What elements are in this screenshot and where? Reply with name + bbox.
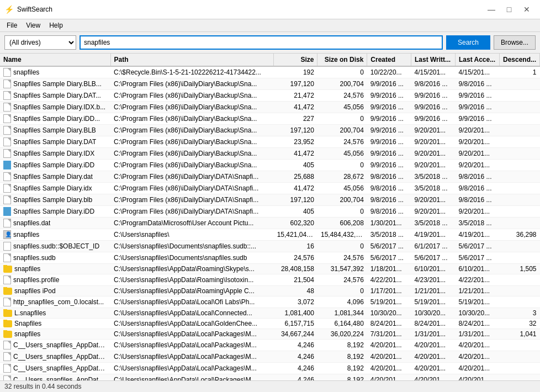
close-button[interactable]: ✕ [518, 3, 536, 15]
file-last-written: 4/20/201... [411, 363, 455, 374]
table-row[interactable]: snapfiles.datC:\ProgramData\Microsoft\Us… [0, 218, 540, 229]
table-wrapper[interactable]: Name Path Size Size on Disk Created Last… [0, 54, 540, 380]
col-header-size[interactable]: Size [274, 54, 317, 66]
file-last-written: 1/31/201... [411, 329, 455, 340]
menu-file[interactable]: File [2, 20, 22, 30]
file-descendants: 1 [499, 66, 539, 78]
table-row[interactable]: Snapfiles Sample Diary.blbC:\Program Fil… [0, 194, 540, 206]
folder-icon [3, 310, 12, 317]
file-size-on-disk: 28,672 [317, 171, 367, 183]
minimize-button[interactable]: — [483, 3, 500, 15]
file-created: 9/9/2016 ... [367, 113, 411, 125]
file-size-on-disk: 4,096 [317, 296, 367, 308]
table-row[interactable]: Snapfiles Sample Diary.iDD...C:\Program … [0, 113, 540, 125]
file-size: 4,246 [274, 351, 317, 363]
special-icon [3, 161, 11, 169]
table-row[interactable]: snapfilesC:\$Recycle.Bin\S-1-5-21-102226… [0, 66, 540, 78]
file-size-on-disk: 24,576 [317, 274, 367, 286]
maximize-button[interactable]: □ [500, 3, 518, 15]
file-last-written: 9/20/201... [411, 125, 455, 136]
table-row[interactable]: snapfiles iPodC:\Users\snapfiles\AppData… [0, 286, 540, 296]
col-header-sod[interactable]: Size on Disk [317, 54, 367, 66]
col-header-descend[interactable]: Descend... [499, 54, 539, 66]
file-size: 21,504 [274, 274, 317, 286]
file-name: C__Users_snapfiles_AppData... [13, 364, 107, 372]
table-row[interactable]: 👤snapfilesC:\Users\snapfiles\15,421,041,… [0, 229, 540, 241]
file-last-written: 6/1/2017 ... [411, 241, 455, 252]
search-button[interactable]: Search [446, 35, 490, 50]
table-row[interactable]: snapfiles.profileC:\Users\snapfiles\AppD… [0, 274, 540, 286]
file-descendants: 1,505 [499, 264, 539, 274]
col-header-laccess[interactable]: Last Acce... [455, 54, 499, 66]
col-header-created[interactable]: Created [367, 54, 411, 66]
file-size-on-disk: 15,484,432,384 [317, 229, 367, 241]
file-descendants [499, 183, 539, 194]
table-row[interactable]: Snapfiles Sample Diary.iDDC:\Program Fil… [0, 160, 540, 171]
file-last-written: 9/9/2016 ... [411, 113, 455, 125]
file-name-cell: Snapfiles Sample Diary.iDD [0, 206, 110, 218]
table-row[interactable]: Snapfiles Sample Diary.IDX.b...C:\Progra… [0, 102, 540, 113]
menu-view[interactable]: View [22, 20, 45, 30]
table-row[interactable]: Snapfiles Sample Diary.DATC:\Program Fil… [0, 136, 540, 148]
table-row[interactable]: snapfilesC:\Users\snapfiles\AppData\Roam… [0, 264, 540, 274]
file-last-accessed: 9/8/2016 ... [455, 183, 499, 194]
file-created: 4/20/201... [367, 351, 411, 363]
table-row[interactable]: Snapfiles Sample Diary.idxC:\Program Fil… [0, 183, 540, 194]
table-row[interactable]: L.snapfilesC:\Users\snapfiles\AppData\Lo… [0, 308, 540, 319]
col-header-name[interactable]: Name [0, 54, 110, 66]
title-bar-left: ⚡ SwiftSearch [4, 5, 52, 14]
file-name: snapfiles.sudb [13, 254, 56, 262]
table-row[interactable]: Snapfiles Sample Diary.iDDC:\Program Fil… [0, 206, 540, 218]
table-row[interactable]: Snapfiles Sample Diary.datC:\Program Fil… [0, 171, 540, 183]
file-name: snapfiles [14, 330, 40, 338]
file-size: 405 [274, 206, 317, 218]
table-row[interactable]: snapfiles.sudb::$OBJECT_IDC:\Users\snapf… [0, 241, 540, 252]
table-row[interactable]: snapfilesC:\Users\snapfiles\AppData\Loca… [0, 329, 540, 340]
file-size: 16 [274, 241, 317, 252]
table-row[interactable]: C__Users_snapfiles_AppData...C:\Users\sn… [0, 340, 540, 351]
file-size: 4,246 [274, 340, 317, 351]
menu-help[interactable]: Help [45, 20, 67, 30]
file-path: C:\Users\snapfiles\AppData\Local\Package… [110, 363, 274, 374]
table-row[interactable]: Snapfiles Sample Diary.BLB...C:\Program … [0, 78, 540, 90]
file-path: C:\Users\snapfiles\Documents\snapfiles.s… [110, 252, 274, 264]
file-size-on-disk: 0 [317, 113, 367, 125]
file-last-written: 1/21/201... [411, 286, 455, 296]
file-name: Snapfiles Sample Diary.DAT... [13, 92, 101, 99]
file-name-cell: Snapfiles Sample Diary.IDX.b... [0, 102, 110, 113]
file-last-accessed: 3/5/2018 ... [455, 218, 499, 229]
file-size: 197,120 [274, 194, 317, 206]
table-row[interactable]: C__Users_snapfiles_AppData...C:\Users\sn… [0, 363, 540, 374]
file-name-cell: snapfiles [0, 66, 110, 78]
file-size-on-disk: 24,576 [317, 90, 367, 102]
file-name-cell: 👤snapfiles [0, 229, 110, 241]
table-row[interactable]: Snapfiles Sample Diary.BLBC:\Program Fil… [0, 125, 540, 136]
file-name-cell: snapfiles [0, 329, 110, 340]
file-size-on-disk: 0 [317, 66, 367, 78]
table-row[interactable]: C__Users_snapfiles_AppData...C:\Users\sn… [0, 351, 540, 363]
table-row[interactable]: Snapfiles Sample Diary.IDXC:\Program Fil… [0, 148, 540, 160]
file-size-on-disk: 8,192 [317, 351, 367, 363]
file-created: 4/22/201... [367, 274, 411, 286]
file-last-written: 4/20/201... [411, 374, 455, 381]
table-row[interactable]: snapfiles.sudbC:\Users\snapfiles\Documen… [0, 252, 540, 264]
file-path: C:\Program Files (x86)\iDailyDiary\Backu… [110, 136, 274, 148]
file-path: C:\Users\snapfiles\ [110, 229, 274, 241]
col-header-lwrite[interactable]: Last Writt... [411, 54, 455, 66]
table-row[interactable]: Snapfiles Sample Diary.DAT...C:\Program … [0, 90, 540, 102]
file-path: C:\Program Files (x86)\iDailyDiary\DATA\… [110, 194, 274, 206]
file-name-cell: Snapfiles Sample Diary.idx [0, 183, 110, 194]
file-descendants [499, 125, 539, 136]
table-row[interactable]: C__Users_snapfiles_AppData...C:\Users\sn… [0, 374, 540, 381]
file-last-written: 9/8/2016 ... [411, 78, 455, 90]
table-row[interactable]: http_snapfiles_com_0.localst...C:\Users\… [0, 296, 540, 308]
file-created: 8/24/201... [367, 319, 411, 329]
col-header-path[interactable]: Path [110, 54, 274, 66]
file-path: C:\Users\snapfiles\AppData\Roaming\Skype… [110, 264, 274, 274]
file-created: 9/8/2016 ... [367, 171, 411, 183]
file-last-accessed: 9/20/201... [455, 206, 499, 218]
drive-select[interactable]: (All drives) [4, 35, 76, 50]
table-row[interactable]: SnapfilesC:\Users\snapfiles\AppData\Loca… [0, 319, 540, 329]
browse-button[interactable]: Browse... [494, 35, 536, 50]
search-input[interactable] [80, 35, 443, 50]
